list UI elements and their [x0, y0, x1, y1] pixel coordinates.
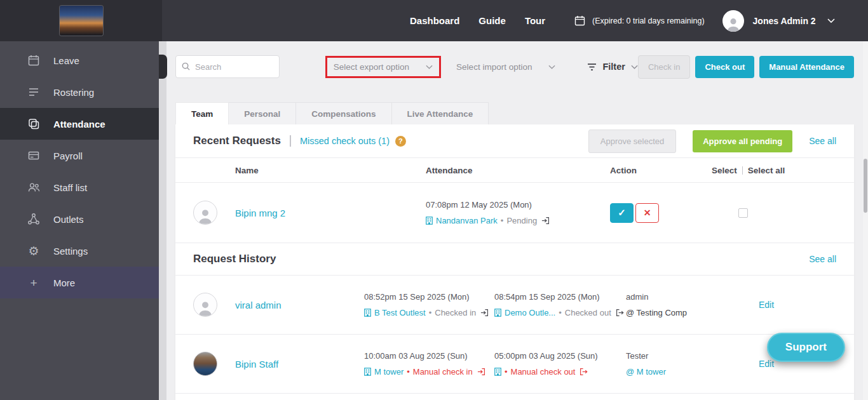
sidebar-item-label: Attendance	[53, 119, 105, 130]
actor-name: admin	[626, 292, 733, 302]
status-dot: •	[505, 367, 508, 377]
support-button[interactable]: Support	[767, 333, 845, 362]
avatar-cell	[193, 293, 235, 317]
sidebar-item-label: Payroll	[53, 150, 83, 161]
user-menu[interactable]: Jones Admin 2	[722, 10, 835, 32]
select-all-link[interactable]: Select all	[748, 166, 785, 175]
reject-button[interactable]: ✕	[635, 203, 659, 223]
employee-name-link[interactable]: viral admin	[235, 300, 281, 310]
outlet-link[interactable]: M tower	[374, 367, 403, 377]
trial-text: (Expired: 0 trial days remaining)	[592, 17, 704, 25]
check-out-cell: 08:54pm 15 Sep 2025 (Mon) Demo Outle... …	[494, 292, 626, 317]
recent-requests-header: Recent Requests Missed check outs (1) ? …	[193, 124, 836, 157]
action-cell: ✓ ✕	[610, 203, 712, 223]
sidebar-item-rostering[interactable]: Rostering	[0, 76, 159, 108]
sidebar-item-label: Settings	[53, 246, 88, 257]
missed-checkouts-link[interactable]: Missed check outs (1)	[300, 136, 390, 146]
sidebar: Leave Rostering Attendance Payroll Staff…	[0, 41, 159, 400]
status-text: Checked in	[435, 308, 476, 317]
status-dot: •	[407, 367, 410, 377]
sidebar-item-label: Rostering	[53, 87, 94, 98]
column-name: Name	[235, 166, 426, 175]
column-select: Select Select all	[712, 166, 836, 175]
approve-all-pending-button[interactable]: Approve all pending	[693, 130, 792, 152]
outlet-link[interactable]: Nandanvan Park	[436, 216, 498, 225]
edit-link[interactable]: Edit	[759, 300, 774, 310]
outlet-link[interactable]: B Test Outlest	[374, 308, 426, 317]
approve-button[interactable]: ✓	[610, 203, 634, 223]
leave-calendar-icon	[27, 53, 41, 67]
table-header: Name Attendance Action Select Select all	[193, 158, 836, 182]
outlet-link[interactable]: Demo Outle...	[505, 308, 555, 317]
status-text: Manual check out	[511, 367, 576, 377]
attendance-cell: 07:08pm 12 May 2025 (Mon) Nandanvan Park…	[426, 200, 610, 225]
import-option-label: Select import option	[456, 62, 532, 72]
sidebar-item-leave[interactable]: Leave	[0, 44, 159, 76]
company-logo[interactable]	[60, 6, 103, 36]
sidebar-item-staff-list[interactable]: Staff list	[0, 171, 159, 203]
row-checkbox[interactable]	[738, 208, 748, 218]
table-row: viral admin 08:52pm 15 Sep 2025 (Mon) B …	[193, 276, 836, 334]
nav-tour[interactable]: Tour	[525, 15, 545, 26]
sidebar-item-more[interactable]: + More	[0, 267, 159, 298]
sidebar-item-attendance[interactable]: Attendance	[0, 108, 159, 140]
sidebar-item-payroll[interactable]: Payroll	[0, 140, 159, 171]
check-out-time: 05:00pm 03 Aug 2025 (Sun)	[494, 351, 626, 361]
employee-name-link[interactable]: Bipin mng 2	[235, 208, 285, 218]
payroll-icon	[27, 149, 41, 163]
tab-live-attendance[interactable]: Live Attendance	[392, 102, 489, 124]
toolbar: Select export option Select import optio…	[175, 54, 854, 79]
check-in-cell: 10:00am 03 Aug 2025 (Sun) M tower • Manu…	[364, 351, 494, 377]
approve-selected-button[interactable]: Approve selected	[588, 130, 676, 153]
page-scrollbar[interactable]	[863, 41, 868, 400]
section-title: Request History	[193, 253, 276, 265]
scrollbar-thumb[interactable]	[864, 159, 867, 213]
edit-link[interactable]: Edit	[759, 359, 774, 369]
filter-control[interactable]: Filter	[587, 62, 637, 72]
see-all-link[interactable]: See all	[809, 136, 836, 146]
help-icon[interactable]: ?	[395, 136, 406, 147]
nav-guide[interactable]: Guide	[478, 15, 506, 26]
actor-location-link[interactable]: @ M tower	[626, 367, 666, 377]
attendance-card: Recent Requests Missed check outs (1) ? …	[175, 124, 854, 400]
filter-icon	[587, 63, 597, 71]
check-out-button[interactable]: Check out	[695, 56, 754, 78]
tab-compensations[interactable]: Compensations	[296, 102, 391, 124]
search-box	[175, 55, 280, 78]
sidebar-item-outlets[interactable]: Outlets	[0, 203, 159, 235]
x-icon: ✕	[644, 208, 651, 218]
export-option-select[interactable]: Select export option	[334, 62, 433, 72]
nav-dashboard[interactable]: Dashboard	[410, 15, 459, 26]
building-icon	[364, 309, 371, 317]
check-in-button[interactable]: Check in	[638, 55, 691, 79]
actor-cell: Tester @ M tower	[626, 351, 733, 377]
avatar-cell	[193, 201, 235, 225]
see-all-link[interactable]: See all	[809, 254, 836, 264]
sidebar-item-settings[interactable]: ⚙ Settings	[0, 235, 159, 267]
check-out-time: 08:54pm 15 Sep 2025 (Mon)	[494, 292, 626, 302]
avatar	[193, 293, 217, 317]
sidebar-collapse-handle[interactable]	[159, 55, 167, 79]
building-icon	[494, 309, 501, 317]
import-option-select[interactable]: Select import option	[450, 56, 562, 78]
check-out-cell: 05:00pm 03 Aug 2025 (Sun) • Manual check…	[494, 351, 626, 377]
filter-label: Filter	[602, 62, 625, 72]
select-label: Select	[712, 166, 737, 175]
actor-location: @ Testing Comp	[626, 308, 687, 317]
divider	[175, 393, 854, 394]
chevron-down-icon	[827, 18, 835, 23]
manual-attendance-button[interactable]: Manual Attendance	[759, 56, 854, 78]
section-title: Recent Requests	[193, 135, 281, 147]
rostering-list-icon	[27, 85, 41, 99]
avatar-photo	[193, 352, 217, 376]
tab-team[interactable]: Team	[175, 102, 229, 124]
search-input[interactable]	[175, 55, 280, 78]
avatar	[193, 201, 217, 225]
request-history-header: Request History See all	[193, 243, 836, 275]
check-in-cell: 08:52pm 15 Sep 2025 (Mon) B Test Outlest…	[364, 292, 494, 317]
tab-personal[interactable]: Personal	[229, 102, 296, 124]
search-icon	[181, 62, 191, 71]
employee-name-link[interactable]: Bipin Staff	[235, 359, 278, 370]
actor-cell: admin @ Testing Comp	[626, 292, 733, 317]
trial-status: (Expired: 0 trial days remaining)	[574, 15, 704, 26]
